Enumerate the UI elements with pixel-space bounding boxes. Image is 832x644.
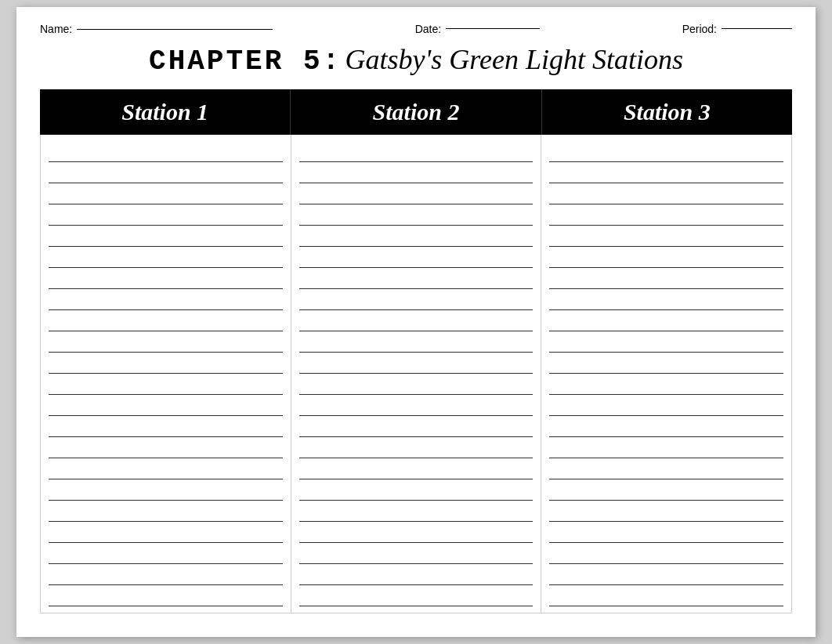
writing-line[interactable] xyxy=(49,289,283,310)
period-label: Period: xyxy=(682,23,717,35)
date-value[interactable] xyxy=(446,28,540,29)
name-label: Name: xyxy=(40,23,72,35)
writing-line[interactable] xyxy=(49,522,283,543)
writing-line[interactable] xyxy=(549,522,783,543)
writing-line[interactable] xyxy=(299,543,534,564)
writing-line[interactable] xyxy=(49,479,283,501)
writing-line[interactable] xyxy=(549,353,783,374)
writing-line[interactable] xyxy=(299,141,534,162)
writing-line[interactable] xyxy=(299,437,534,458)
page-title: CHAPTER 5: Gatsby's Green Light Stations xyxy=(40,43,792,78)
writing-line[interactable] xyxy=(549,437,783,458)
writing-line[interactable] xyxy=(299,183,534,204)
writing-line[interactable] xyxy=(299,564,534,585)
writing-line[interactable] xyxy=(49,416,283,437)
writing-line[interactable] xyxy=(299,268,534,289)
writing-line[interactable] xyxy=(49,543,283,564)
date-label: Date: xyxy=(415,23,441,35)
writing-line[interactable] xyxy=(299,331,534,353)
writing-line[interactable] xyxy=(49,564,283,585)
stations-body xyxy=(40,135,792,613)
writing-line[interactable] xyxy=(49,374,283,395)
station2-column xyxy=(291,135,542,613)
writing-line[interactable] xyxy=(549,162,783,183)
writing-line[interactable] xyxy=(49,501,283,522)
writing-line[interactable] xyxy=(49,585,283,606)
writing-line[interactable] xyxy=(49,226,283,247)
writing-line[interactable] xyxy=(49,183,283,204)
writing-line[interactable] xyxy=(299,226,534,247)
writing-line[interactable] xyxy=(549,141,783,162)
writing-line[interactable] xyxy=(49,395,283,416)
header-row: Name: Date: Period: xyxy=(40,23,792,35)
writing-line[interactable] xyxy=(549,247,783,268)
writing-line[interactable] xyxy=(49,353,283,374)
writing-line[interactable] xyxy=(549,543,783,564)
writing-line[interactable] xyxy=(299,585,534,606)
writing-line[interactable] xyxy=(549,501,783,522)
writing-line[interactable] xyxy=(549,289,783,310)
writing-line[interactable] xyxy=(549,374,783,395)
writing-line[interactable] xyxy=(49,331,283,353)
writing-line[interactable] xyxy=(299,310,534,331)
writing-line[interactable] xyxy=(49,141,283,162)
name-value[interactable] xyxy=(77,28,273,30)
writing-line[interactable] xyxy=(549,564,783,585)
date-section: Date: xyxy=(415,23,540,35)
station3-column xyxy=(541,135,791,613)
writing-line[interactable] xyxy=(49,268,283,289)
station2-header: Station 2 xyxy=(291,89,541,135)
writing-line[interactable] xyxy=(549,268,783,289)
chapter-title: CHAPTER 5: xyxy=(149,45,342,78)
station1-lines xyxy=(49,141,283,606)
station3-lines xyxy=(549,141,783,606)
station2-lines xyxy=(299,141,534,606)
writing-line[interactable] xyxy=(49,247,283,268)
writing-line[interactable] xyxy=(549,479,783,501)
writing-line[interactable] xyxy=(549,416,783,437)
writing-line[interactable] xyxy=(299,374,534,395)
writing-line[interactable] xyxy=(299,162,534,183)
writing-line[interactable] xyxy=(299,522,534,543)
writing-line[interactable] xyxy=(299,479,534,501)
writing-line[interactable] xyxy=(549,226,783,247)
writing-line[interactable] xyxy=(299,395,534,416)
name-section: Name: xyxy=(40,23,273,35)
writing-line[interactable] xyxy=(299,247,534,268)
writing-line[interactable] xyxy=(299,204,534,226)
writing-line[interactable] xyxy=(549,204,783,226)
writing-line[interactable] xyxy=(549,310,783,331)
writing-line[interactable] xyxy=(299,289,534,310)
writing-line[interactable] xyxy=(49,437,283,458)
writing-line[interactable] xyxy=(549,585,783,606)
writing-line[interactable] xyxy=(299,416,534,437)
writing-line[interactable] xyxy=(49,458,283,479)
writing-line[interactable] xyxy=(49,162,283,183)
station3-header: Station 3 xyxy=(542,89,792,135)
period-value[interactable] xyxy=(722,28,792,29)
writing-line[interactable] xyxy=(549,395,783,416)
gatsby-title: Gatsby's Green Light Stations xyxy=(345,44,683,75)
writing-line[interactable] xyxy=(549,458,783,479)
period-section: Period: xyxy=(682,23,792,35)
writing-line[interactable] xyxy=(49,204,283,226)
page: Name: Date: Period: CHAPTER 5: Gatsby's … xyxy=(16,7,816,637)
station1-column xyxy=(41,135,291,613)
station1-header: Station 1 xyxy=(40,89,291,135)
writing-line[interactable] xyxy=(549,331,783,353)
writing-line[interactable] xyxy=(299,458,534,479)
writing-line[interactable] xyxy=(299,353,534,374)
stations-header: Station 1 Station 2 Station 3 xyxy=(40,89,792,135)
writing-line[interactable] xyxy=(549,183,783,204)
writing-line[interactable] xyxy=(49,310,283,331)
writing-line[interactable] xyxy=(299,501,534,522)
